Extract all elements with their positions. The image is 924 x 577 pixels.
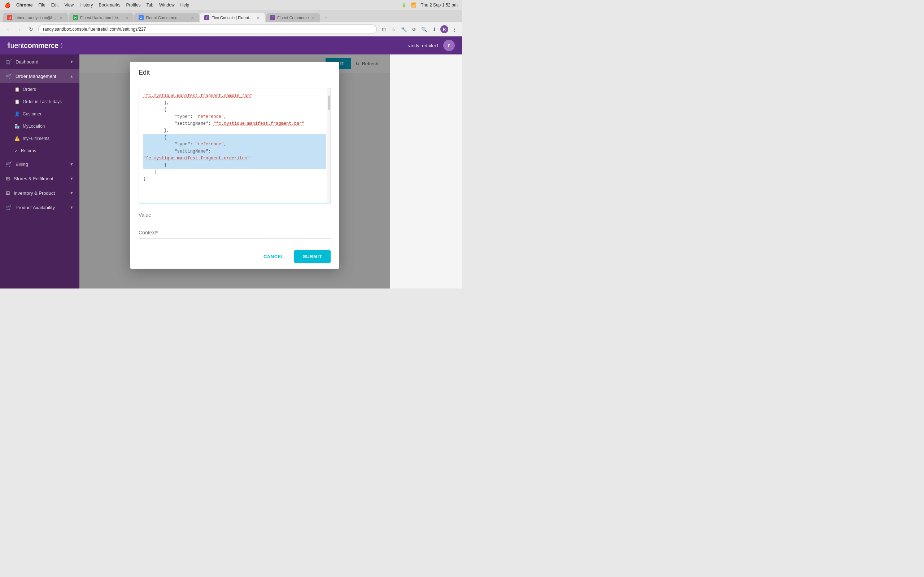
menu-bookmarks[interactable]: Bookmarks — [99, 3, 121, 8]
code-line-3: { — [143, 106, 326, 113]
sidebar-item-orders-last5[interactable]: 📋 Order in Last 5 days — [0, 95, 79, 108]
sidebar-label-stores-fulfilment: Stores & Fulfilment — [14, 176, 53, 181]
logo-arrow-icon: ⟩ — [61, 42, 63, 49]
sidebar-item-dashboard[interactable]: 🛒 Dashboard ▼ — [0, 55, 79, 69]
avatar[interactable]: r — [443, 40, 455, 51]
modal-header: Edit — [130, 62, 339, 82]
search-icon[interactable]: 🔍 — [420, 25, 428, 33]
app-container: fluentcommerce ⟩ randy_retailer1 r 🛒 Das… — [0, 36, 462, 288]
tab-fluent2[interactable]: F Fluent Commerce ✕ — [266, 13, 320, 23]
menu-profiles[interactable]: Profiles — [126, 3, 141, 8]
extension-icon[interactable]: 🔧 — [400, 25, 408, 33]
fluent2-favicon: F — [270, 15, 275, 20]
scrollbar-thumb — [328, 95, 330, 110]
sync-icon[interactable]: ⟳ — [410, 25, 418, 33]
sidebar-label-inventory-product: Inventory & Product — [14, 190, 55, 196]
modal-body: "fc.mystique.manifest.fragment.sample_ta… — [130, 82, 339, 245]
value-input[interactable] — [139, 209, 331, 221]
menu-icon[interactable]: ⋮ — [451, 25, 459, 33]
tab-hackathon-label: Fluent Hackathon Ideas &... — [80, 16, 122, 20]
returns-icon: ✓ — [15, 148, 18, 153]
cancel-button[interactable]: CANCEL — [258, 250, 290, 263]
code-editor[interactable]: "fc.mystique.manifest.fragment.sample_ta… — [139, 88, 331, 203]
inventory-product-icon: ⊞ — [6, 190, 10, 196]
tab-flex-close[interactable]: ✕ — [255, 15, 261, 20]
tab-calendar[interactable]: Z Fluent Commerce - Calen... ✕ — [134, 13, 199, 23]
code-line-1: "fc.mystique.manifest.fragment.sample_ta… — [143, 93, 326, 100]
tab-flex[interactable]: F Flex Console | Fluent Com... ✕ — [200, 13, 265, 23]
sidebar-item-inventory-product[interactable]: ⊞ Inventory & Product ▼ — [0, 186, 79, 200]
code-line-8: "type": "reference", — [143, 141, 326, 148]
sidebar-item-customer[interactable]: 👤 Customer — [0, 108, 79, 120]
right-panel — [390, 55, 462, 288]
sidebar-item-mylocation[interactable]: 🏪 MyLocation — [0, 120, 79, 132]
modal-overlay: Edit "fc.mystique.manifest.fragment.samp… — [79, 55, 390, 288]
order-management-chevron: ▲ — [69, 74, 74, 78]
download-icon[interactable]: ⬇ — [430, 25, 438, 33]
tab-gmail-label: Inbox - randy.chan@fluen... — [15, 16, 56, 20]
tab-gmail[interactable]: M Inbox - randy.chan@fluen... ✕ — [3, 13, 68, 23]
billing-icon: 🛒 — [6, 161, 12, 167]
forward-button[interactable]: › — [15, 25, 24, 34]
sidebar-item-stores-fulfilment[interactable]: ⊞ Stores & Fulfilment ▼ — [0, 171, 79, 186]
sidebar-item-myfulfilments[interactable]: ⚠️ myFulfilments — [0, 132, 79, 145]
mac-topbar: 🍎 Chrome File Edit View History Bookmark… — [0, 0, 462, 10]
menu-edit[interactable]: Edit — [51, 3, 59, 8]
app-logo: fluentcommerce ⟩ — [7, 42, 63, 50]
back-button[interactable]: ‹ — [3, 25, 12, 34]
order-management-icon: 🛒 — [6, 73, 12, 79]
reload-button[interactable]: ↻ — [27, 25, 36, 34]
tab-hackathon-close[interactable]: ✕ — [124, 15, 129, 20]
header-username: randy_retailer1 — [407, 43, 439, 48]
sidebar-item-orders[interactable]: 📋 Orders — [0, 83, 79, 95]
sidebar-item-billing[interactable]: 🛒 Billing ▼ — [0, 157, 79, 171]
sidebar-label-dashboard: Dashboard — [16, 59, 39, 64]
inventory-product-chevron: ▼ — [69, 191, 74, 195]
sidebar-label-orders-last5: Order in Last 5 days — [23, 99, 62, 104]
stores-fulfilment-icon: ⊞ — [6, 176, 10, 181]
address-bar[interactable]: randy.sandbox.console.fluentretail.com/#… — [38, 24, 377, 34]
bookmark-icon[interactable]: ☆ — [390, 25, 398, 33]
edit-modal: Edit "fc.mystique.manifest.fragment.samp… — [130, 62, 339, 269]
menu-history[interactable]: History — [79, 3, 93, 8]
editor-scrollbar[interactable] — [327, 89, 330, 203]
code-line-2: }, — [143, 100, 326, 106]
sidebar-item-order-management[interactable]: 🛒 Order Management ▲ — [0, 69, 79, 83]
screen-cast-icon[interactable]: ⊡ — [380, 25, 388, 33]
menu-file[interactable]: File — [38, 3, 45, 8]
submit-button[interactable]: SUBMIT — [294, 250, 331, 263]
nav-icons: ⊡ ☆ 🔧 ⟳ 🔍 ⬇ R ⋮ — [380, 25, 459, 33]
context-input[interactable] — [139, 227, 331, 239]
code-string-1: "fc.mystique.manifest.fragment.sample_ta… — [143, 93, 252, 98]
browser-tabs: M Inbox - randy.chan@fluen... ✕ H Fluent… — [0, 10, 462, 23]
user-profile-nav[interactable]: R — [440, 25, 448, 33]
code-string-2: "fc.mystique.manifest.fragment.bar" — [213, 121, 304, 126]
code-line-9: "settingName": — [143, 148, 326, 155]
product-availability-chevron: ▼ — [69, 205, 74, 210]
menu-chrome[interactable]: Chrome — [16, 3, 32, 8]
code-line-4: "type": "reference", — [143, 114, 326, 121]
tab-calendar-close[interactable]: ✕ — [190, 15, 195, 20]
sidebar-item-returns[interactable]: ✓ Returns — [0, 145, 79, 157]
orders-last5-icon: 📋 — [15, 99, 20, 104]
menu-window[interactable]: Window — [159, 3, 175, 8]
menu-view[interactable]: View — [64, 3, 74, 8]
sidebar-label-customer: Customer — [23, 111, 42, 116]
code-line-12: ] — [143, 169, 326, 176]
code-line-11: } — [143, 162, 326, 169]
browser-nav: ‹ › ↻ randy.sandbox.console.fluentretail… — [0, 23, 462, 36]
new-tab-button[interactable]: + — [321, 12, 331, 23]
myfulfilments-icon: ⚠️ — [15, 136, 20, 141]
sidebar-item-product-availability[interactable]: 🛒 Product Availability ▼ — [0, 200, 79, 214]
menu-tab[interactable]: Tab — [147, 3, 153, 8]
app-header-right: randy_retailer1 r — [407, 40, 455, 51]
tab-gmail-close[interactable]: ✕ — [58, 15, 63, 20]
main-content: 🛒 Dashboard ▼ 🛒 Order Management ▲ 📋 Ord… — [0, 55, 462, 288]
mac-menu-bar: 🍎 Chrome File Edit View History Bookmark… — [4, 2, 189, 8]
tab-fluent2-close[interactable]: ✕ — [311, 15, 316, 20]
menu-help[interactable]: Help — [181, 3, 189, 8]
tab-flex-label: Flex Console | Fluent Com... — [212, 16, 254, 20]
sidebar-label-orders: Orders — [23, 87, 36, 92]
tab-hackathon[interactable]: H Fluent Hackathon Ideas &... ✕ — [69, 13, 134, 23]
clock: Thu 2 Sep 1:52 pm — [421, 3, 458, 8]
